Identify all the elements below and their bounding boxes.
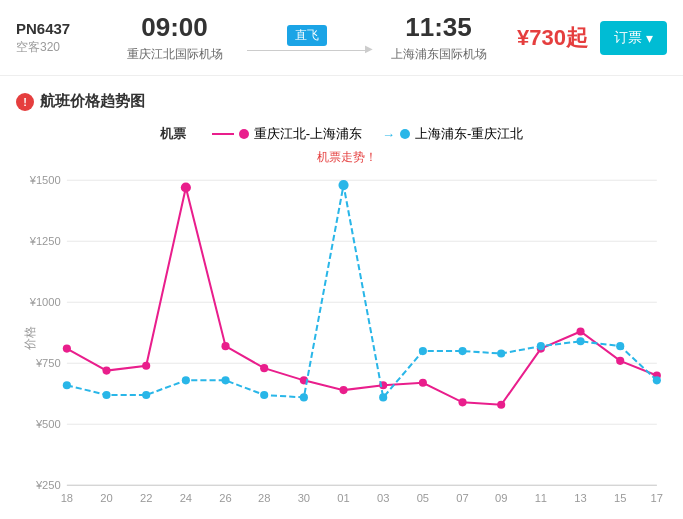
y-axis-label: 价格: [23, 326, 37, 351]
svg-text:28: 28: [258, 492, 270, 504]
dot-line1: [616, 357, 624, 365]
arrive-airport: 上海浦东国际机场: [391, 46, 487, 63]
svg-text:30: 30: [298, 492, 310, 504]
dot-line2: [616, 342, 624, 350]
svg-text:¥250: ¥250: [35, 479, 61, 491]
flight-times: 09:00 重庆江北国际机场 直飞 11:35 上海浦东国际机场: [96, 12, 517, 63]
chart-container: 价格 ¥1500 ¥1250 ¥1000 ¥750 ¥500 ¥250 18 2…: [16, 170, 667, 519]
dot-line2: [379, 393, 387, 401]
legend-main-label: 机票: [160, 125, 186, 143]
depart-time: 09:00: [127, 12, 223, 43]
legend-label-2: 上海浦东-重庆江北: [415, 125, 523, 143]
depart-block: 09:00 重庆江北国际机场: [127, 12, 223, 63]
legend-item-1: 重庆江北-上海浦东: [212, 125, 362, 143]
direct-badge: 直飞: [287, 25, 327, 46]
dot-line1: [181, 182, 191, 192]
svg-text:05: 05: [417, 492, 429, 504]
dot-line2: [102, 391, 110, 399]
route-middle: 直飞: [233, 25, 381, 51]
dot-line1: [260, 364, 268, 372]
arrive-time: 11:35: [391, 12, 487, 43]
dot-line2: [142, 391, 150, 399]
dot-line2: [221, 376, 229, 384]
dot-line1: [221, 342, 229, 350]
chart-title: 航班价格趋势图: [40, 92, 145, 111]
chart-svg: 价格 ¥1500 ¥1250 ¥1000 ¥750 ¥500 ¥250 18 2…: [16, 170, 667, 506]
svg-text:¥1500: ¥1500: [29, 174, 61, 186]
arrive-block: 11:35 上海浦东国际机场: [391, 12, 487, 63]
svg-text:09: 09: [495, 492, 507, 504]
book-button[interactable]: 订票 ▾: [600, 21, 667, 55]
chart-line-2: [67, 185, 657, 397]
svg-text:07: 07: [456, 492, 468, 504]
dot-line2: [653, 376, 661, 384]
route-line: [247, 50, 367, 51]
chart-line-1: [67, 187, 657, 404]
chevron-down-icon: ▾: [646, 30, 653, 46]
dot-line2: [537, 342, 545, 350]
svg-text:01: 01: [337, 492, 349, 504]
dot-line1: [576, 327, 584, 335]
dot-line2: [576, 337, 584, 345]
dot-line2: [182, 376, 190, 384]
flight-number-col: PN6437 空客320: [16, 20, 96, 56]
svg-text:20: 20: [100, 492, 112, 504]
dot-line1: [102, 367, 110, 375]
svg-text:24: 24: [180, 492, 192, 504]
dot-line2: [300, 393, 308, 401]
svg-text:26: 26: [219, 492, 231, 504]
svg-text:17: 17: [651, 492, 663, 504]
svg-text:11: 11: [535, 492, 547, 504]
alert-label: 机票走势！: [317, 149, 377, 166]
svg-text:¥1250: ¥1250: [29, 235, 61, 247]
dot-line1: [419, 379, 427, 387]
dot-line2: [63, 381, 71, 389]
depart-airport: 重庆江北国际机场: [127, 46, 223, 63]
dot-line1: [142, 362, 150, 370]
legend-dot-1: [239, 129, 249, 139]
svg-text:¥750: ¥750: [35, 357, 61, 369]
dot-line1: [458, 398, 466, 406]
legend-line-1: [212, 133, 234, 135]
legend-label-1: 重庆江北-上海浦东: [254, 125, 362, 143]
dot-line1: [339, 386, 347, 394]
price-value: ¥730起: [517, 25, 588, 50]
flight-number: PN6437: [16, 20, 96, 37]
dot-line1: [63, 345, 71, 353]
dot-line2: [497, 349, 505, 357]
svg-text:03: 03: [377, 492, 389, 504]
svg-text:22: 22: [140, 492, 152, 504]
dot-line2: [458, 347, 466, 355]
dot-line2: [419, 347, 427, 355]
svg-text:¥500: ¥500: [35, 418, 61, 430]
svg-text:15: 15: [614, 492, 626, 504]
chart-section: ! 航班价格趋势图 机票 重庆江北-上海浦东 → 上海浦东-重庆江北 机票走势！…: [0, 76, 683, 519]
legend-dot-2: [400, 129, 410, 139]
dot-line2: [338, 180, 348, 190]
svg-text:13: 13: [574, 492, 586, 504]
svg-text:¥1000: ¥1000: [29, 296, 61, 308]
svg-text:18: 18: [61, 492, 73, 504]
legend-item-2: → 上海浦东-重庆江北: [382, 125, 523, 143]
chart-title-row: ! 航班价格趋势图: [16, 92, 667, 111]
legend-row: 机票 重庆江北-上海浦东 → 上海浦东-重庆江北: [16, 125, 667, 143]
dot-line1: [497, 401, 505, 409]
arrow-icon: →: [382, 127, 395, 142]
dot-line2: [260, 391, 268, 399]
info-icon: !: [16, 93, 34, 111]
aircraft-type: 空客320: [16, 39, 96, 56]
flight-header: PN6437 空客320 09:00 重庆江北国际机场 直飞 11:35 上海浦…: [0, 0, 683, 76]
price-col: ¥730起: [517, 23, 588, 53]
